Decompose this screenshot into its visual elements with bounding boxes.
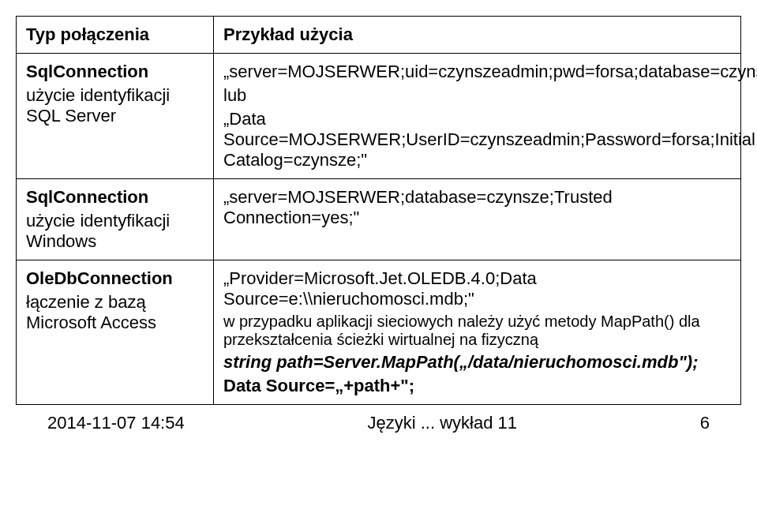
connection-table: Typ połączenia Przykład użycia SqlConnec… (16, 16, 741, 405)
header-col1: Typ połączenia (26, 24, 149, 44)
row2-left: OleDbConnection łączenie z bazą Microsof… (17, 260, 214, 405)
row0-r3: „Data Source=MOJSERWER;UserID=czynszeadm… (223, 109, 755, 170)
footer-page: 6 (700, 413, 710, 433)
footer-title: Języki ... wykład 11 (367, 413, 517, 433)
row0-r2: lub (223, 85, 246, 105)
footer-date: 2014-11-07 14:54 (47, 413, 185, 433)
row2-note: w przypadku aplikacji sieciowych należy … (223, 313, 700, 348)
header-cell-left: Typ połączenia (17, 17, 214, 54)
row1-name: SqlConnection (26, 187, 148, 207)
row1-right: „server=MOJSERWER;database=czynsze;Trust… (214, 179, 741, 260)
header-cell-right: Przykład użycia (214, 17, 741, 54)
row2-r1: „Provider=Microsoft.Jet.OLEDB.4.0;Data S… (223, 268, 537, 309)
page-footer: 2014-11-07 14:54 Języki ... wykład 11 6 (16, 413, 741, 433)
row0-desc: użycie identyfikacji SQL Server (26, 85, 170, 126)
row0-name: SqlConnection (26, 62, 148, 81)
row2-desc: łączenie z bazą Microsoft Access (26, 292, 156, 332)
row2-r2: string path=Server.MapPath(„/data/nieruc… (223, 352, 699, 372)
row1-r1: „server=MOJSERWER;database=czynsze;Trust… (223, 187, 613, 227)
row2-r3: Data Source=„+path+"; (223, 376, 414, 395)
row1-left: SqlConnection użycie identyfikacji Windo… (17, 179, 214, 260)
header-col2: Przykład użycia (223, 24, 353, 44)
row0-left: SqlConnection użycie identyfikacji SQL S… (17, 54, 214, 179)
row1-desc: użycie identyfikacji Windows (26, 211, 170, 251)
row0-r1: „server=MOJSERWER;uid=czynszeadmin;pwd=f… (223, 62, 757, 81)
row2-name: OleDbConnection (26, 268, 173, 288)
row0-right: „server=MOJSERWER;uid=czynszeadmin;pwd=f… (214, 54, 741, 179)
row2-right: „Provider=Microsoft.Jet.OLEDB.4.0;Data S… (214, 260, 741, 405)
